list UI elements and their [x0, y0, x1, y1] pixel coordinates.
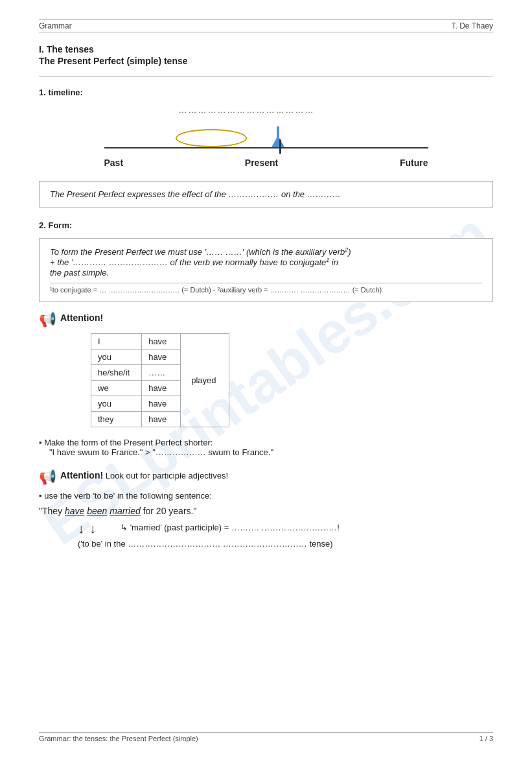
attention1-label: Attention!: [60, 313, 103, 323]
conjugation-table-wrap: I have played you have he/she/it …… we: [91, 333, 493, 427]
info-text-middle: on the: [281, 189, 305, 199]
info-text-before: The Present Perfect expresses the effect…: [50, 189, 226, 199]
past-oval: [176, 129, 247, 147]
footer: Grammar: the tenses: the Present Perfect…: [39, 732, 493, 742]
timeline-bar: [104, 147, 428, 148]
attention2-subtext: ▪ use the verb 'to be' in the following …: [39, 491, 493, 501]
pronoun-you1: you: [91, 349, 142, 364]
attention1-block: 📢 Attention!: [39, 313, 493, 328]
footer-right: 1 / 3: [480, 735, 493, 742]
divider-1: [39, 77, 493, 77]
aux-hesheit: ……: [142, 364, 181, 380]
info-dots2: …………: [307, 189, 341, 199]
info-box: The Present Perfect expresses the effect…: [39, 181, 493, 207]
subsection2-label: 2. Form:: [39, 220, 493, 230]
header-bar: Grammar T. De Thaey: [39, 19, 493, 32]
shorter-form-label: ▪ Make the form of the Present Perfect s…: [39, 438, 493, 447]
label-future: Future: [400, 158, 428, 168]
aux-you1: have: [142, 349, 181, 364]
header-author: T. De Thaey: [452, 21, 493, 30]
table-row: I have played: [91, 333, 229, 349]
bullet-square: ▪: [39, 438, 42, 447]
section-title: I. The tenses: [39, 44, 493, 54]
aux-they: have: [142, 411, 181, 427]
form-line2: + the '………… ………………… of the verb we norma…: [50, 257, 482, 267]
shorter-form-text: Make the form of the Present Perfect sho…: [44, 438, 213, 447]
shorter-form-example: "I have swum to France." > "……………… swum …: [49, 447, 493, 457]
arrow-head: [272, 136, 284, 147]
timeline-labels: Past Present Future: [104, 158, 428, 168]
pronoun-hesheit: he/she/it: [91, 364, 142, 380]
attention2-text: Attention! Look out for participle adjec…: [60, 470, 228, 480]
timeline-area: [104, 116, 428, 155]
megaphone-icon-1: 📢: [39, 311, 56, 328]
label-present: Present: [245, 158, 278, 168]
megaphone-icon-2: 📢: [39, 469, 56, 486]
hook-arrow-text: ↳ 'married' (past participle) = ………. …………: [121, 523, 340, 532]
conjugation-table: I have played you have he/she/it …… we: [91, 333, 229, 427]
down-arrows: ↓↓: [78, 521, 101, 536]
shorter-form-block: ▪ Make the form of the Present Perfect s…: [39, 438, 493, 457]
past-participle-cell: played: [181, 333, 229, 427]
form-line3: the past simple.: [50, 268, 482, 278]
pronoun-you2: you: [91, 396, 142, 411]
header-subject: Grammar: [39, 21, 72, 30]
example-sentence: "They have been married for 20 years.": [39, 506, 493, 516]
footer-left: Grammar: the tenses: the Present Perfect…: [39, 735, 198, 742]
aux-i: have: [142, 333, 181, 349]
dotted-line: ……………………………………: [179, 105, 315, 115]
pronoun-we: we: [91, 380, 142, 396]
timeline-container: …………………………………… Past Present Future: [39, 105, 493, 168]
aux-we: have: [142, 380, 181, 396]
pronoun-i: I: [91, 333, 142, 349]
form-box: To form the Present Perfect we must use …: [39, 238, 493, 302]
section-subtitle: The Present Perfect (simple) tense: [39, 56, 493, 66]
present-bar: [279, 139, 281, 154]
label-past: Past: [104, 158, 124, 168]
form-footnote: ¹to conjugate = … ………………………… (= Dutch) -…: [50, 283, 482, 294]
form-line1: To form the Present Perfect we must use …: [50, 246, 482, 257]
aux-you2: have: [142, 396, 181, 411]
subsection1-label: 1. timeline:: [39, 88, 493, 97]
info-dots1: ………………: [228, 189, 279, 199]
attention2-block: 📢 Attention! Look out for participle adj…: [39, 470, 493, 486]
pronoun-they: they: [91, 411, 142, 427]
arrow-diagram: ↓↓ ↳ 'married' (past participle) = ………. …: [78, 521, 493, 536]
paren-note: ('to be' in the …………………………… ………………………… t…: [78, 539, 493, 549]
